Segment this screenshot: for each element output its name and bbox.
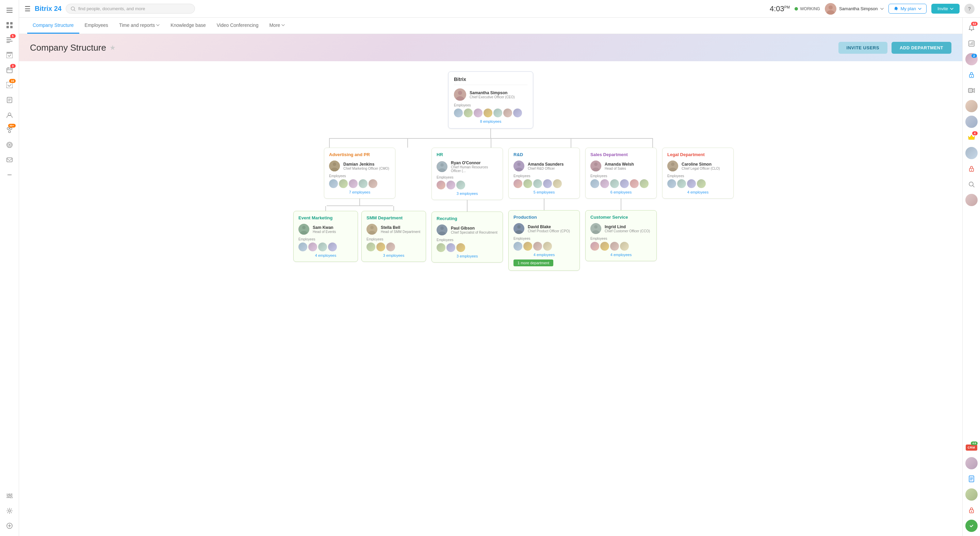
right-avatar-3[interactable]	[965, 115, 978, 128]
target-icon[interactable]	[3, 138, 16, 152]
add-department-button[interactable]: ADD DEPARTMENT	[891, 42, 951, 54]
rd-head-name: Amanda Saunders	[528, 162, 563, 167]
right-doc-icon[interactable]	[965, 472, 978, 486]
dept-title-customer-service: Customer Service	[590, 215, 652, 220]
search-icon	[71, 6, 76, 11]
menu-icon[interactable]: ☰	[24, 5, 30, 13]
hamburger-icon[interactable]	[3, 3, 16, 17]
dept-card-sales[interactable]: Sales Department	[585, 147, 657, 198]
more-dept-button[interactable]: 1 more department	[514, 260, 553, 266]
right-lock-icon2[interactable]	[965, 162, 978, 176]
dept-card-hr[interactable]: HR	[431, 147, 503, 200]
cs-emp-count[interactable]: 4 employees	[590, 253, 652, 257]
search-bar[interactable]: find people, documents, and more	[66, 4, 195, 14]
user-name: Samantha Simpson	[839, 6, 878, 11]
dept-card-recruiting[interactable]: Recruting	[431, 211, 503, 263]
my-plan-button[interactable]: My plan	[888, 4, 927, 14]
sales-subtree: Sales Department	[585, 147, 657, 271]
dept-card-rd[interactable]: R&D	[508, 147, 580, 198]
tab-more[interactable]: More	[264, 18, 290, 34]
tab-knowledge-base[interactable]: Knowledge base	[165, 18, 211, 34]
right-lock-icon[interactable]	[965, 68, 978, 82]
tab-employees[interactable]: Employees	[79, 18, 114, 34]
org-chart-area[interactable]: Bitrix Samantha Simpson	[19, 61, 962, 536]
tab-video-conf[interactable]: Video Conferencing	[211, 18, 264, 34]
right-video-icon[interactable]	[965, 84, 978, 97]
right-bell-icon[interactable]: 63	[965, 21, 978, 35]
feed-icon[interactable]: 5	[3, 33, 16, 47]
dept-card-legal[interactable]: Legal Department	[662, 147, 733, 198]
working-status[interactable]: WORKING	[795, 6, 820, 11]
tab-company-structure[interactable]: Company Structure	[27, 18, 79, 34]
svg-point-66	[594, 225, 598, 228]
tasks-icon[interactable]	[3, 48, 16, 62]
invite-dropdown-icon	[950, 8, 953, 10]
time-display: 4:03PM	[770, 5, 790, 13]
slider-icon[interactable]	[3, 489, 16, 503]
right-search-icon[interactable]	[965, 178, 978, 191]
event-emp-count[interactable]: 4 employees	[298, 254, 353, 257]
dept-card-smm[interactable]: SMM Department	[361, 211, 426, 262]
invite-top-button[interactable]: Invite	[931, 4, 959, 14]
right-lock-icon3[interactable]	[965, 503, 978, 517]
working-label: WORKING	[800, 6, 820, 11]
emp-avatar-2	[464, 108, 473, 117]
right-crown-icon[interactable]: 4	[965, 131, 978, 144]
svg-point-36	[10, 493, 11, 495]
calendar-icon[interactable]: 3	[3, 63, 16, 77]
hr-emp-count[interactable]: 3 employees	[437, 192, 498, 195]
smm-head-title: Head of SMM Department	[381, 230, 420, 234]
right-avatar-5[interactable]	[965, 193, 978, 207]
settings-icon[interactable]	[3, 504, 16, 518]
right-green-circle[interactable]	[965, 519, 978, 533]
right-avatar-6[interactable]	[965, 457, 978, 470]
dept-card-event-marketing[interactable]: Event Marketing	[293, 211, 358, 262]
add-icon[interactable]	[3, 519, 16, 533]
right-avatar-4[interactable]	[965, 146, 978, 160]
crm-icon2[interactable]: 99+	[3, 123, 16, 137]
user-info[interactable]: Samantha Simpson	[825, 3, 884, 14]
adpr-emp-label: Employees	[329, 174, 390, 178]
dept-card-production[interactable]: Production	[508, 210, 580, 271]
crown-badge: 4	[972, 131, 978, 135]
ceo-emp-count[interactable]: 8 employees	[454, 119, 527, 124]
checklist-icon[interactable]: 16	[3, 78, 16, 92]
root-node-bitrix[interactable]: Bitrix Samantha Simpson	[448, 71, 533, 128]
favorite-star-icon[interactable]: ★	[110, 44, 116, 52]
svg-point-60	[517, 163, 520, 166]
right-reports-icon[interactable]	[965, 37, 978, 50]
help-button[interactable]: ?	[964, 4, 975, 14]
legal-head-title: Chief Legal Officer (CLO)	[682, 167, 720, 170]
contacts-icon[interactable]	[3, 108, 16, 122]
right-crm-icon[interactable]: CRM 4.8	[965, 441, 978, 454]
right-avatar-7[interactable]	[965, 488, 978, 501]
mail-icon[interactable]	[3, 153, 16, 167]
adpr-emp-avatars	[329, 179, 390, 188]
docs-icon[interactable]	[3, 93, 16, 107]
sales-emp-count[interactable]: 6 employees	[590, 190, 652, 194]
tab-time-reports[interactable]: Time and reports	[114, 18, 165, 34]
right-avatar-2[interactable]	[965, 99, 978, 113]
dept-title-legal: Legal Department	[667, 152, 729, 157]
rd-emp-count[interactable]: 5 employees	[514, 190, 575, 194]
svg-rect-3	[6, 22, 9, 24]
v-conn-3	[491, 138, 492, 147]
recruiting-emp-count[interactable]: 3 employees	[437, 254, 498, 258]
dept-card-adpr[interactable]: Advertising and PR	[324, 147, 395, 198]
right-avatar-1[interactable]: 2	[965, 52, 978, 66]
apps-icon[interactable]	[3, 18, 16, 32]
more-apps-icon[interactable]	[3, 168, 16, 182]
legal-emp-count[interactable]: 4 employees	[667, 190, 729, 194]
content-wrapper: Company Structure Employees Time and rep…	[19, 18, 962, 536]
ceo-name: Samantha Simpson	[469, 90, 515, 95]
adpr-emp-count[interactable]: 7 employees	[329, 190, 390, 194]
legal-head-avatar	[667, 160, 678, 171]
smm-emp-count[interactable]: 3 employees	[366, 254, 421, 257]
svg-point-68	[671, 163, 675, 166]
dept-title-hr: HR	[437, 152, 498, 157]
avatar-img	[825, 3, 837, 14]
production-emp-count[interactable]: 4 employees	[514, 253, 575, 257]
invite-users-button[interactable]: INVITE USERS	[838, 42, 888, 54]
dept-card-customer-service[interactable]: Customer Service	[585, 210, 657, 261]
svg-line-44	[74, 10, 75, 11]
